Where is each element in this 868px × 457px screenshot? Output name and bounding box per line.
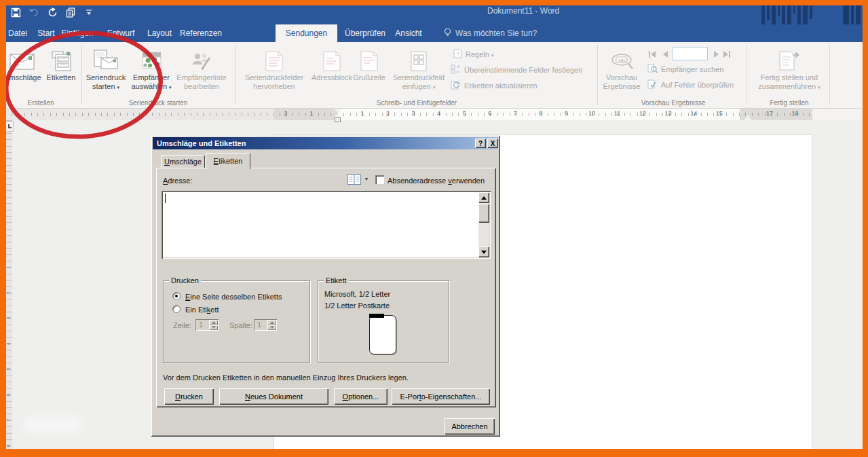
tab-einfuegen[interactable]: Einfügen <box>60 24 95 42</box>
ruler-number: 12 <box>639 110 646 117</box>
tab-ueberpruefen[interactable]: Überprüfen <box>341 24 389 42</box>
tab-layout[interactable]: Layout <box>143 24 176 42</box>
next-record-button <box>711 49 721 60</box>
ein-etikett-radio[interactable] <box>172 305 181 313</box>
address-book-dropdown-icon[interactable]: ▾ <box>365 176 368 182</box>
drucken-button[interactable]: Drucken <box>164 388 214 405</box>
copy-icon[interactable] <box>64 6 77 18</box>
etiketten-button[interactable]: Etiketten <box>43 45 79 103</box>
group-label-fertig: Fertig stellen <box>749 99 829 107</box>
tab-umschlaege-dialog[interactable]: Umschläge <box>161 155 205 168</box>
redo-icon[interactable] <box>46 6 58 18</box>
ein-etikett-label: Ein Etikett <box>185 306 219 314</box>
labels-icon <box>50 45 73 73</box>
envelope-icon <box>9 45 36 73</box>
empfaengerliste-bearbeiten-button: Empfängerliste bearbeiten <box>175 45 228 103</box>
zeile-spinner: 1 <box>195 319 219 331</box>
ruler-number: 17 <box>766 110 773 117</box>
group-label-schreib: Schreib- und Einfügefelder <box>238 99 596 107</box>
zeile-label: Zeile: <box>173 321 191 329</box>
left-indent-marker[interactable] <box>335 117 341 122</box>
tab-start[interactable]: Start <box>33 24 60 42</box>
quick-access-toolbar <box>10 6 95 18</box>
etikett-groupbox: Etikett Microsoft, 1/2 Letter 1/2 Letter… <box>318 280 449 363</box>
tab-entwurf[interactable]: Entwurf <box>103 24 138 42</box>
scroll-down-button[interactable] <box>478 246 489 257</box>
group-label-erstellen: Erstellen <box>0 99 81 107</box>
ruler-number: 9 <box>565 110 568 117</box>
fertig-label-line2: zusammenführen ▾ <box>758 82 820 91</box>
ruler-number: 1 <box>309 110 313 117</box>
abbrechen-button[interactable]: Abbrechen <box>445 418 495 435</box>
address-book-icon[interactable] <box>346 173 362 185</box>
dialog-title-bar[interactable]: Umschläge und Etiketten <box>153 137 498 149</box>
neues-dokument-button[interactable]: Neues Dokument <box>219 388 328 405</box>
start-mail-merge-icon <box>93 45 119 73</box>
scrollbar-thumb[interactable] <box>478 204 489 223</box>
tell-me-box[interactable]: Was möchten Sie tun? <box>444 24 537 42</box>
watermark <box>24 416 82 433</box>
eporto-eigenschaften-button[interactable]: E-Porto-Eigenschaften... <box>392 388 490 405</box>
record-number-input[interactable] <box>673 47 708 60</box>
save-icon[interactable] <box>10 6 22 18</box>
tab-stop-selector[interactable] <box>5 121 14 132</box>
absenderadresse-label: Absenderadresse verwenden <box>388 177 485 185</box>
ruler-number: 3 <box>412 110 415 117</box>
ruler-number: 8 <box>539 110 542 117</box>
ruler-number: 2 <box>386 110 390 117</box>
group-label-vorschau: Vorschau Ergebnisse <box>601 99 745 107</box>
empfaenger-auswaehlen-button[interactable]: Empfänger auswählen ▾ <box>129 45 174 103</box>
last-record-button <box>722 49 732 60</box>
ruler-number: 10 <box>588 110 595 117</box>
eine-seite-radio[interactable] <box>172 292 181 300</box>
group-divider <box>747 45 747 105</box>
umschlaege-und-etiketten-dialog: Umschläge und Etiketten ? X Umschläge Et… <box>151 135 500 437</box>
etikett-line2: 1/2 Letter Postkarte <box>324 301 390 310</box>
adressblock-label: Adressblock <box>312 73 352 82</box>
tab-datei[interactable]: Datei <box>4 24 31 42</box>
greeting-line-icon <box>360 45 378 73</box>
grusszeile-label: Grußzeile <box>353 73 385 82</box>
window-title: Dokument11 - Word <box>487 6 559 16</box>
optionen-button[interactable]: Optionen... <box>334 388 388 405</box>
seriendruckfeld-einfuegen-button: Seriendruckfeld einfügen ▾ <box>387 45 451 103</box>
spalte-label: Spalte: <box>229 321 252 329</box>
absenderadresse-checkbox[interactable] <box>375 175 384 184</box>
vertical-scrollbar[interactable] <box>478 192 489 257</box>
vorschau-label-line1: Vorschau <box>606 73 637 82</box>
einfuegen-label-line1: Seriendruckfeld <box>393 73 445 82</box>
group-divider <box>829 45 830 105</box>
adresse-textarea[interactable] <box>162 191 491 259</box>
ruler-number: 11 <box>614 110 620 117</box>
svg-text:?: ? <box>456 51 459 58</box>
dialog-title: Umschläge und Etiketten <box>157 139 246 147</box>
seriendruckfelder-hervorheben-button: Seriendruckfelder hervorheben <box>238 45 311 103</box>
group-divider <box>235 45 235 105</box>
scroll-up-button[interactable] <box>478 192 489 203</box>
seriendruck-starten-button[interactable]: Seriendruck starten ▾ <box>84 45 128 103</box>
tab-ansicht[interactable]: Ansicht <box>392 24 425 42</box>
help-button[interactable]: ? <box>475 139 486 148</box>
empfaenger-suchen-button: Empfänger suchen <box>647 64 723 75</box>
close-icon[interactable]: X <box>487 139 498 148</box>
group-divider <box>81 45 82 105</box>
umschlaege-label: Umschläge <box>3 73 41 82</box>
empfaengerliste-label-line1: Empfängerliste <box>176 73 226 82</box>
finish-merge-icon <box>778 45 801 73</box>
ruler-number: 14 <box>690 110 697 117</box>
empfaenger-label-line2: auswählen ▾ <box>131 82 171 91</box>
tab-sendungen[interactable]: Sendungen <box>276 24 337 42</box>
customize-qat-icon[interactable] <box>83 6 95 18</box>
grusszeile-button: Grußzeile <box>354 45 385 103</box>
auf-fehler-ueberpruefen-button: Auf Fehler überprüfen <box>647 79 734 90</box>
umschlaege-button[interactable]: Umschläge <box>3 45 42 103</box>
match-fields-icon <box>451 65 461 75</box>
select-recipients-icon <box>140 45 163 73</box>
ruler-number: 5 <box>463 110 466 117</box>
tab-referenzen[interactable]: Referenzen <box>179 24 223 42</box>
vorschau-ergebnisse-button: ABC Vorschau Ergebnisse <box>601 45 642 103</box>
regeln-button: ? Regeln ▾ <box>453 49 493 60</box>
hervorheben-label-line1: Seriendruckfelder <box>245 73 303 82</box>
ruler-number: 6 <box>488 110 491 117</box>
tab-etiketten-dialog[interactable]: Etiketten <box>206 153 250 169</box>
